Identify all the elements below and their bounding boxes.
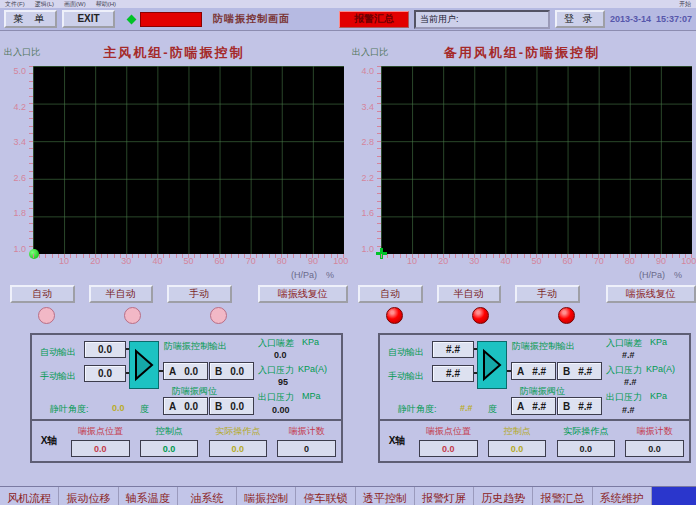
main-fan-section: 出入口比 主风机组-防喘振控制 5.0 4.2 3.4 2.6 1.8 1.0 <box>0 31 348 488</box>
nav-turbine-control[interactable]: 透平控制 <box>356 487 415 505</box>
date-label: 2013-3-14 <box>610 14 651 24</box>
menu-logic[interactable]: 逻辑(L) <box>35 0 54 9</box>
antisurge-output-a[interactable]: A0.0 <box>163 362 208 380</box>
current-user-field[interactable]: 当前用户: <box>414 10 550 29</box>
valve-position-a[interactable]: A0.0 <box>163 397 208 415</box>
chart-title-backup: 备用风机组-防喘振控制 <box>348 44 696 62</box>
surge-count-value[interactable]: 0.0 <box>625 440 683 457</box>
nav-system-maintenance[interactable]: 系统维护 <box>593 487 652 505</box>
outlet-pressure-value: #.# <box>622 405 635 415</box>
inlet-diff-label: 入口喘差 <box>606 337 642 350</box>
menu-button[interactable]: 菜 单 <box>4 10 57 28</box>
surge-count-col: 喘振计数 0.0 <box>620 421 689 461</box>
x-axis-unit: (H/Pa) % <box>348 269 696 280</box>
surge-line-reset-button[interactable]: 喘振线复位 <box>258 285 348 303</box>
operating-point-value[interactable]: 0.0 <box>557 440 615 457</box>
x-axis-unit: (H/Pa) % <box>0 269 348 280</box>
signal-selector-icon <box>477 341 507 389</box>
manual-output-label: 手动输出 <box>40 370 76 383</box>
bottom-nav: 风机流程 振动位移 轴系温度 油系统 喘振控制 停车联锁 透平控制 报警灯屏 历… <box>0 486 696 505</box>
nav-shutdown-interlock[interactable]: 停车联锁 <box>296 487 355 505</box>
x-axis-row-label: X轴 <box>380 421 414 461</box>
nav-alarm-summary[interactable]: 报警汇总 <box>533 487 592 505</box>
outlet-pressure-unit: MPa <box>302 391 321 401</box>
x-axis-ticks: 10 20 30 40 50 60 70 80 90 100 <box>381 256 692 269</box>
antisurge-output-b[interactable]: B#.# <box>557 362 602 380</box>
time-label: 15:37:07 <box>656 14 692 24</box>
nav-oil-system[interactable]: 油系统 <box>178 487 237 505</box>
auto-mode-lamp <box>38 307 55 324</box>
menubar: 文件(F) 逻辑(L) 画面(W) 帮助(H) 开始 <box>0 0 696 8</box>
nav-shaft-temperature[interactable]: 轴系温度 <box>119 487 178 505</box>
nav-alarm-lights[interactable]: 报警灯屏 <box>415 487 474 505</box>
semi-auto-mode-button[interactable]: 半自动 <box>437 285 502 303</box>
backup-fan-section: 出入口比 备用风机组-防喘振控制 4.0 3.4 2.8 2.2 1.6 1.0 <box>348 31 696 488</box>
manual-mode-button[interactable]: 手动 <box>515 285 580 303</box>
nav-vibration-displacement[interactable]: 振动位移 <box>59 487 118 505</box>
valve-position-a[interactable]: A#.# <box>511 397 556 415</box>
auto-output-label: 自动输出 <box>388 346 424 359</box>
vane-angle-unit: 度 <box>488 403 497 416</box>
inlet-diff-value: 0.0 <box>274 350 287 360</box>
manual-mode-lamp <box>558 307 575 324</box>
parameter-panel-backup: 自动输出 #.# 手动输出 #.# 防喘振控制输出 A#.# B#.# <box>378 333 691 463</box>
manual-mode-button[interactable]: 手动 <box>167 285 232 303</box>
semi-auto-mode-button[interactable]: 半自动 <box>89 285 154 303</box>
operating-point-col: 实际操作点 0.0 <box>552 421 621 461</box>
control-point-col: 控制点 0.0 <box>483 421 552 461</box>
control-point-value[interactable]: 0.0 <box>140 440 198 457</box>
surge-trend-plot-backup[interactable] <box>381 66 692 254</box>
inlet-pressure-value: #.# <box>624 377 637 387</box>
outlet-pressure-label: 出口压力 <box>258 391 294 404</box>
menu-file[interactable]: 文件(F) <box>5 0 25 9</box>
outlet-pressure-unit: KPa <box>650 391 667 401</box>
auto-mode-button[interactable]: 自动 <box>10 285 75 303</box>
surge-point-col: 喘振点位置 0.0 <box>414 421 483 461</box>
inlet-diff-unit: KPa <box>302 337 319 347</box>
manual-output-label: 手动输出 <box>388 370 424 383</box>
vane-angle-label: 静叶角度: <box>50 403 89 416</box>
vane-angle-value: #.# <box>460 403 473 413</box>
inlet-pressure-unit: KPa(A) <box>298 364 327 374</box>
control-point-value[interactable]: 0.0 <box>488 440 546 457</box>
inlet-diff-unit: KPa <box>650 337 667 347</box>
nav-history-trend[interactable]: 历史趋势 <box>474 487 533 505</box>
nav-fan-process[interactable]: 风机流程 <box>0 487 59 505</box>
auto-output-value[interactable]: 0.0 <box>84 341 126 358</box>
alarm-summary-button[interactable]: 报警汇总 <box>339 11 409 28</box>
inlet-pressure-label: 入口压力 <box>258 364 294 377</box>
auto-output-value[interactable]: #.# <box>432 341 474 358</box>
outlet-pressure-value: 0.00 <box>272 405 290 415</box>
semi-auto-mode-lamp <box>124 307 141 324</box>
exit-button[interactable]: EXIT <box>62 10 115 28</box>
menu-screen[interactable]: 画面(W) <box>64 0 86 9</box>
y-axis-caption: 出入口比 <box>352 46 388 59</box>
antisurge-output-label: 防喘振控制输出 <box>512 340 575 353</box>
auto-mode-button[interactable]: 自动 <box>358 285 423 303</box>
auto-mode-lamp <box>386 307 403 324</box>
manual-output-value[interactable]: #.# <box>432 365 474 382</box>
inlet-diff-label: 入口喘差 <box>258 337 294 350</box>
auto-output-label: 自动输出 <box>40 346 76 359</box>
status-diamond-icon <box>127 14 137 24</box>
operating-point-value[interactable]: 0.0 <box>209 440 267 457</box>
menubar-right-text: 开始 <box>679 0 691 9</box>
surge-point-col: 喘振点位置 0.0 <box>66 421 135 461</box>
parameter-panel-main: 自动输出 0.0 手动输出 0.0 防喘振控制输出 A0.0 B0.0 <box>30 333 343 463</box>
manual-output-value[interactable]: 0.0 <box>84 365 126 382</box>
surge-line-reset-button[interactable]: 喘振线复位 <box>606 285 696 303</box>
surge-point-value[interactable]: 0.0 <box>419 440 477 457</box>
valve-position-b[interactable]: B0.0 <box>209 397 254 415</box>
surge-trend-plot-main[interactable] <box>33 66 344 254</box>
nav-surge-control[interactable]: 喘振控制 <box>237 487 296 505</box>
outlet-pressure-label: 出口压力 <box>606 391 642 404</box>
login-button[interactable]: 登 录 <box>555 10 605 28</box>
valve-position-b[interactable]: B#.# <box>557 397 602 415</box>
menu-help[interactable]: 帮助(H) <box>96 0 116 9</box>
antisurge-output-b[interactable]: B0.0 <box>209 362 254 380</box>
antisurge-output-a[interactable]: A#.# <box>511 362 556 380</box>
surge-count-value[interactable]: 0 <box>277 440 335 457</box>
alarm-banner-bar <box>140 12 202 27</box>
nav-blue-box <box>652 487 696 505</box>
surge-point-value[interactable]: 0.0 <box>71 440 129 457</box>
